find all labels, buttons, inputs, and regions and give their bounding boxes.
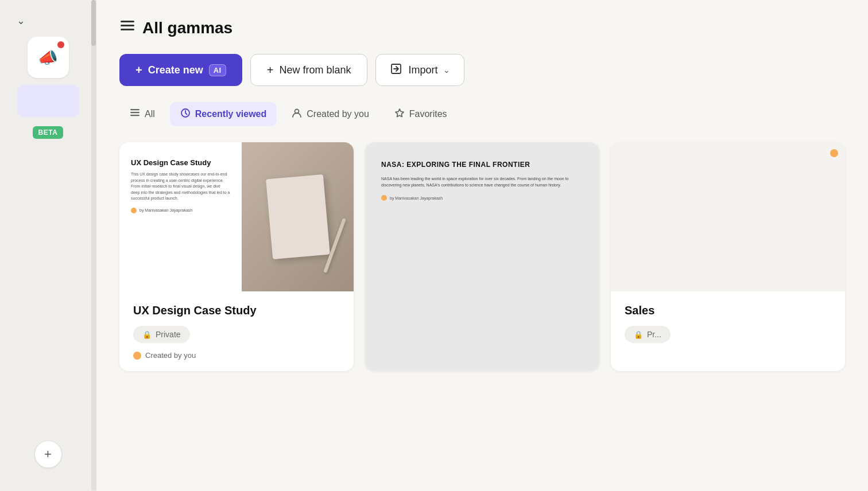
svg-rect-6 — [130, 115, 140, 116]
svg-rect-5 — [130, 112, 140, 113]
card-body-ux: UX Design Case Study 🔒 Private Created b… — [119, 291, 354, 371]
tab-created-by-you-label: Created by you — [307, 109, 369, 119]
page-title: All gammas — [142, 19, 232, 37]
preview-author: by Manivasakan Jayaprakash — [131, 208, 230, 213]
privacy-label: Private — [156, 330, 181, 339]
card-preview-sales — [611, 142, 845, 291]
scrollbar-thumb[interactable] — [91, 0, 96, 46]
tab-all-label: All — [145, 109, 155, 119]
action-bar: + Create new AI + New from blank Import … — [119, 54, 845, 86]
card-sales[interactable]: Sales 🔒 Pr... — [611, 142, 845, 371]
author-name: by Manivasakan Jayaprakash — [140, 208, 192, 212]
sidebar: ⌄ 📣 BETA + — [0, 0, 96, 491]
preview-text: This UX design case study showcases our … — [131, 172, 230, 202]
cards-grid: UX Design Case Study This UX design case… — [119, 142, 845, 371]
plus-icon: + — [44, 447, 52, 462]
nasa-preview-author: by Manivasakan Jayaprakash — [381, 195, 583, 201]
privacy-badge-sales: 🔒 Pr... — [625, 326, 671, 343]
star-icon — [394, 108, 405, 120]
scrollbar-track — [91, 0, 96, 491]
author-name: by Manivasakan Jayaprakash — [390, 196, 443, 200]
svg-rect-0 — [121, 21, 134, 22]
ai-badge: AI — [209, 64, 226, 76]
tab-recently-viewed-label: Recently viewed — [195, 109, 267, 119]
sidebar-collapse-button[interactable]: ⌄ — [9, 9, 32, 32]
plus-icon: + — [135, 64, 142, 77]
card-preview-nasa: NASA: EXPLORING THE FINAL FRONTIER NASA … — [365, 142, 599, 371]
card-author-dot — [133, 352, 141, 360]
notification-dot — [57, 41, 64, 48]
card-nasa[interactable]: NASA: EXPLORING THE FINAL FRONTIER NASA … — [365, 142, 599, 371]
privacy-badge-ux: 🔒 Private — [133, 326, 190, 343]
card-preview-ux: UX Design Case Study This UX design case… — [119, 142, 354, 291]
preview-title: UX Design Case Study — [131, 158, 230, 167]
tab-recently-viewed[interactable]: Recently viewed — [170, 102, 277, 126]
tab-created-by-you[interactable]: Created by you — [281, 102, 379, 126]
page-header: All gammas — [119, 18, 845, 38]
lock-icon: 🔒 — [634, 330, 643, 339]
main-content: All gammas + Create new AI + New from bl… — [96, 0, 868, 491]
add-button[interactable]: + — [34, 441, 62, 468]
tab-all[interactable]: All — [119, 102, 165, 126]
card-author-text: Created by you — [145, 351, 196, 360]
card-body-sales: Sales 🔒 Pr... — [611, 291, 845, 363]
card-ux-design[interactable]: UX Design Case Study This UX design case… — [119, 142, 354, 371]
clock-icon — [180, 108, 191, 120]
person-icon — [292, 108, 302, 120]
card-title-sales: Sales — [625, 303, 831, 318]
import-icon — [390, 63, 402, 78]
new-from-blank-button[interactable]: + New from blank — [250, 54, 368, 86]
card-preview-left: UX Design Case Study This UX design case… — [119, 142, 242, 291]
author-dot — [381, 195, 387, 201]
tab-favorites[interactable]: Favorites — [384, 102, 458, 126]
import-label: Import — [408, 64, 437, 76]
nasa-preview-title: NASA: EXPLORING THE FINAL FRONTIER — [381, 161, 583, 169]
all-icon — [130, 108, 140, 120]
card-author-row-ux: Created by you — [133, 351, 340, 360]
plus-icon: + — [267, 64, 274, 77]
gammas-icon — [119, 18, 135, 38]
svg-rect-4 — [130, 109, 140, 110]
notifications-button[interactable]: 📣 — [28, 37, 69, 78]
chevron-down-icon: ⌄ — [17, 14, 25, 27]
chevron-down-icon: ⌄ — [443, 65, 450, 75]
sidebar-active-item[interactable] — [17, 85, 79, 117]
notebook-visual — [242, 142, 354, 291]
svg-rect-1 — [121, 25, 134, 26]
privacy-label: Pr... — [647, 330, 661, 339]
megaphone-icon: 📣 — [38, 48, 58, 67]
import-button[interactable]: Import ⌄ — [375, 54, 464, 86]
lock-icon: 🔒 — [142, 330, 152, 339]
new-from-blank-label: New from blank — [279, 64, 351, 76]
notebook-inner — [266, 174, 330, 259]
beta-badge: BETA — [33, 126, 64, 139]
card-title-ux: UX Design Case Study — [133, 303, 340, 318]
create-new-label: Create new — [148, 64, 203, 76]
author-dot-sales — [830, 149, 838, 157]
svg-rect-2 — [121, 29, 134, 30]
card-preview-right — [242, 142, 354, 291]
tab-favorites-label: Favorites — [409, 109, 447, 119]
create-new-button[interactable]: + Create new AI — [119, 54, 242, 86]
author-dot — [131, 208, 137, 213]
nasa-preview-text: NASA has been leading the world in space… — [381, 176, 583, 188]
filter-tabs: All Recently viewed Created by you — [119, 102, 845, 126]
